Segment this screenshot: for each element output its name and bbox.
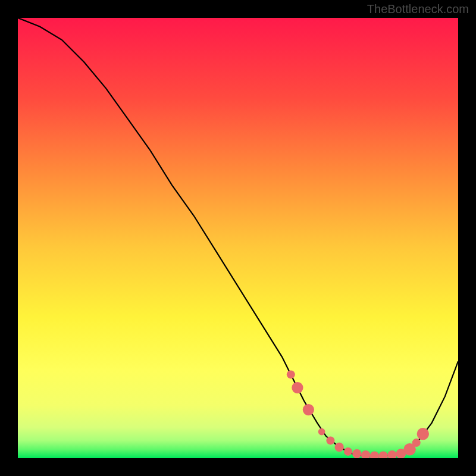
highlight-dot xyxy=(318,428,325,436)
chart-svg xyxy=(18,18,458,458)
highlight-dot xyxy=(379,452,388,458)
highlight-dot xyxy=(352,449,361,458)
watermark-text: TheBottleneck.com xyxy=(367,2,469,16)
highlight-dot xyxy=(370,452,379,458)
highlight-dot xyxy=(287,370,295,378)
highlight-dot xyxy=(344,447,352,456)
highlight-dot xyxy=(326,436,334,444)
highlight-dot xyxy=(303,404,314,415)
highlight-dot xyxy=(335,443,344,452)
highlight-dot xyxy=(387,450,396,458)
highlight-dot xyxy=(361,450,370,458)
highlight-dot xyxy=(292,382,303,393)
bottleneck-curve xyxy=(18,18,458,456)
highlight-dots xyxy=(287,370,429,458)
highlight-dot xyxy=(417,428,429,440)
plot-area xyxy=(18,18,458,458)
highlight-dot xyxy=(412,439,421,447)
